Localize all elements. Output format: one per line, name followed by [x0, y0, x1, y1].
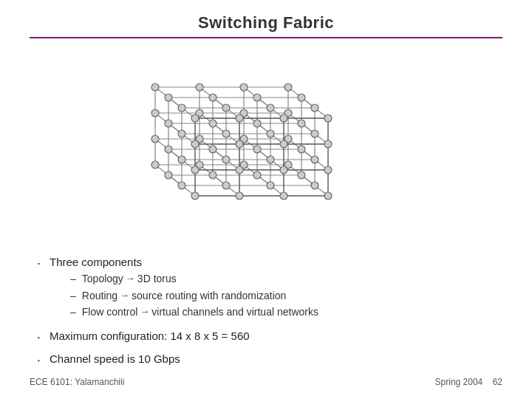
diagram-area: .node { fill: #ccc; stroke: #666; stroke…	[30, 43, 502, 254]
svg-point-72	[151, 135, 159, 143]
bullet-1-text: Three components	[50, 256, 142, 268]
bullet-2: · Maximum configuration: 14 x 8 x 5 = 56…	[37, 328, 495, 347]
svg-point-97	[222, 104, 230, 112]
bullet-1: · Three components Topology → 3D torus R…	[37, 254, 495, 324]
svg-point-124	[191, 192, 199, 200]
svg-point-110	[267, 182, 274, 189]
svg-point-123	[324, 166, 332, 174]
sub-bullet-topology-prefix: Topology	[82, 270, 123, 287]
bullet-dot-3: ·	[37, 351, 41, 369]
svg-point-65	[196, 83, 203, 91]
title-area: Switching Fabric	[30, 0, 502, 43]
svg-point-106	[267, 156, 274, 163]
footer-left: ECE 6101: Yalamanchili	[30, 377, 124, 387]
svg-point-120	[191, 166, 199, 174]
svg-point-87	[298, 120, 305, 127]
svg-point-118	[280, 140, 287, 148]
footer: ECE 6101: Yalamanchili Spring 2004 62	[30, 374, 502, 392]
page-number: 62	[493, 377, 502, 387]
svg-point-67	[284, 83, 292, 91]
sub-bullet-flowcontrol-prefix: Flow control	[82, 304, 137, 320]
svg-point-84	[165, 120, 172, 127]
svg-point-101	[222, 130, 230, 137]
svg-point-96	[178, 104, 185, 112]
svg-point-117	[236, 140, 243, 148]
sub-bullet-routing-prefix: Routing	[82, 287, 117, 304]
bullet-dot-1: ·	[37, 254, 41, 273]
footer-semester: Spring 2004	[435, 377, 483, 387]
svg-point-92	[165, 171, 172, 179]
svg-point-108	[178, 182, 185, 189]
svg-point-95	[298, 171, 305, 179]
svg-point-103	[311, 130, 318, 137]
svg-point-68	[151, 109, 159, 117]
title-underline	[30, 37, 502, 38]
svg-point-100	[178, 130, 185, 137]
svg-point-116	[191, 140, 199, 148]
sub-bullet-flowcontrol-suffix: virtual channels and virtual networks	[151, 304, 318, 320]
svg-point-109	[222, 182, 230, 189]
svg-point-76	[151, 161, 159, 168]
svg-point-64	[151, 83, 159, 91]
svg-point-83	[298, 94, 305, 101]
sub-bullet-routing: Routing → source routing with randomizat…	[70, 287, 318, 304]
svg-point-126	[280, 192, 287, 200]
slide: Switching Fabric .node { fill: #ccc; str…	[0, 0, 532, 399]
svg-point-107	[311, 156, 318, 163]
arrow-routing: →	[120, 288, 129, 304]
sub-bullet-topology-suffix: 3D torus	[137, 270, 177, 287]
svg-point-93	[209, 171, 216, 179]
svg-point-113	[236, 115, 243, 122]
sub-bullet-routing-suffix: source routing with randomization	[132, 287, 286, 304]
svg-point-94	[253, 171, 261, 179]
footer-right: Spring 2004 62	[435, 377, 502, 387]
svg-point-114	[280, 115, 287, 122]
svg-point-119	[324, 140, 332, 148]
svg-point-86	[253, 120, 261, 127]
svg-point-88	[165, 146, 172, 153]
sub-bullets: Topology → 3D torus Routing → source rou…	[70, 270, 318, 320]
svg-point-98	[267, 104, 274, 112]
svg-point-111	[311, 182, 318, 189]
content-area: · Three components Topology → 3D torus R…	[30, 254, 502, 374]
svg-point-102	[267, 130, 274, 137]
svg-point-104	[178, 156, 185, 163]
arrow-topology: →	[126, 271, 135, 287]
svg-point-127	[324, 192, 332, 200]
sub-bullet-flowcontrol: Flow control → virtual channels and virt…	[70, 304, 318, 320]
svg-point-91	[298, 146, 305, 153]
svg-point-112	[191, 115, 199, 122]
svg-point-99	[311, 104, 318, 112]
svg-point-81	[209, 94, 216, 101]
svg-point-105	[222, 156, 230, 163]
svg-point-121	[236, 166, 243, 174]
svg-point-90	[253, 146, 261, 153]
bullet-2-text: Maximum configuration: 14 x 8 x 5 = 560	[50, 328, 250, 345]
svg-point-89	[209, 146, 216, 153]
bullet-3: · Channel speed is 10 Gbps	[37, 351, 495, 369]
sub-bullet-topology: Topology → 3D torus	[70, 270, 318, 287]
network-diagram: .node { fill: #ccc; stroke: #666; stroke…	[111, 72, 421, 228]
svg-point-122	[280, 166, 287, 174]
bullet-3-text: Channel speed is 10 Gbps	[50, 351, 180, 368]
svg-point-66	[240, 83, 248, 91]
svg-point-125	[236, 192, 243, 200]
arrow-flowcontrol: →	[140, 304, 149, 320]
svg-point-85	[209, 120, 216, 127]
svg-point-80	[165, 94, 172, 101]
slide-title: Switching Fabric	[30, 13, 502, 33]
svg-point-115	[324, 115, 332, 122]
bullet-dot-2: ·	[37, 328, 41, 347]
svg-point-82	[253, 94, 261, 101]
